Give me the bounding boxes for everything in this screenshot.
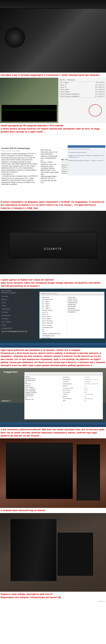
tree-node[interactable]: GPU1: Регулятор xyxy=(40,320,66,322)
game-settings-panel: НАСТРОЙКА ГРАФИКА АНДЕКС КАЧЕСТВО ДРУГОЕ… xyxy=(0,289,38,340)
settings-item[interactable]: ТЕСТ НА ПРОИЗВОДИТЕЛЬНОСТЬ ON! xyxy=(1,330,37,333)
tree-node[interactable]: Вентиляторы xyxy=(40,337,66,339)
forum-screenshot: crossfire 7970 OC (температура) Temar | … xyxy=(0,134,106,200)
photo-gpu-closeup: GIGABYTE xyxy=(0,211,106,274)
settings-item[interactable]: ПОСТ ЭФФЕКТ xyxy=(1,320,37,324)
forum-post-body: Добрый день, поставил две Gigabyte 7970 … xyxy=(1,153,38,186)
forum-post-1: crossfire 7970 OC (температура) Temar | … xyxy=(0,146,39,188)
aida64-window[interactable]: AIDA64 Extreme Edition Компьютер Системн… xyxy=(39,292,104,338)
bf4-subtitle: Battlefield 4™ xyxy=(2,400,11,402)
photo-pc-internals-1: CHIEFTEC xyxy=(0,0,106,72)
tree-node[interactable]: ST3000DM003 xyxy=(25,394,61,395)
aida64-panel: Дата BIOS12/12/08 ПлатформаEssentials AT… xyxy=(62,376,103,419)
tree-node[interactable]: GPU2: Регулятор xyxy=(25,390,61,392)
panel-row: Версия1.0 xyxy=(63,385,102,387)
tree-node[interactable]: GPU3: ГП диод xyxy=(40,324,66,326)
caption-1: поставил я как то вторую видеокарту и ст… xyxy=(0,72,106,78)
settings-item[interactable]: ДРУГОЕ xyxy=(1,298,37,301)
caption-4-text: я даже сделал из бумаги вот такую вот фи… xyxy=(1,278,100,287)
forum-post-title: crossfire 7970 OC (температура) xyxy=(1,147,38,150)
windows-taskbar[interactable] xyxy=(0,343,106,348)
panel-row: ПроизводительASUSTeK Computer INC. xyxy=(63,383,102,385)
tree-node[interactable]: Asustek ATK0110 xyxy=(25,378,61,380)
panel-row: Дата5/2 xyxy=(63,400,102,402)
forum-post-1b: Как в итоге все получилось будет, а так … xyxy=(39,148,60,186)
settings-item[interactable]: КАЧЕСТВО xyxy=(1,295,37,298)
window-titlebar[interactable] xyxy=(24,372,103,376)
windows-taskbar[interactable] xyxy=(0,422,106,427)
forum-post-meta: Temar | 16 июля 15:13, 15 208 xyxy=(1,150,38,152)
panel-line: Напряжение xyxy=(68,311,103,313)
tree-node[interactable]: ЦП – Ядро 1 xyxy=(40,300,66,303)
aida64-tree[interactable]: Компьютер Системная плата ЦП – Ядро 1 ЦП… xyxy=(40,296,67,338)
photo-pc-on-table xyxy=(0,438,106,508)
tree-node[interactable]: ЦП xyxy=(40,328,66,330)
settings-item[interactable]: ОБЛЫВАНИЕ xyxy=(1,314,37,317)
aida64-tree[interactable]: Датчики Asustek ATK0110 Системная плата … xyxy=(24,376,62,419)
settings-item[interactable]: КОЛЬЕ xyxy=(1,324,37,327)
tree-node[interactable]: AUX xyxy=(40,330,66,333)
tree-node[interactable]: GPU2: Память xyxy=(40,318,66,320)
tree-node[interactable]: Системная плата xyxy=(40,298,66,300)
panel-row: Питание4 (отсюда два) xyxy=(63,393,102,395)
settings-item[interactable]: УГОЛ С xyxy=(1,301,37,304)
tree-node[interactable]: GPU2: ГП xyxy=(25,385,61,386)
caption-7: и снаружи (мне внешний вид не важен) xyxy=(0,508,106,513)
caption-3: Я начал спрашивать на форумах, даже спра… xyxy=(0,200,106,211)
source-footer: pikabu.ru xyxy=(0,600,106,603)
tree-node[interactable]: Системная плата xyxy=(40,326,66,328)
tree-node[interactable]: GPU1: Память xyxy=(25,386,61,388)
sensor-row: GPU2: Регулятор напряжения87 °C (189 °F) xyxy=(60,95,105,98)
tree-node[interactable]: ЦП – Ядро 4 xyxy=(40,307,66,309)
settings-item[interactable]: СТИЛЬ xyxy=(1,304,37,308)
tree-node[interactable]: GPU2: Регулятор xyxy=(40,322,66,324)
tree-node[interactable]: Seagate ST1000DM xyxy=(25,392,61,393)
caption-2: порой доходило до 98 градусов верхняя и … xyxy=(0,123,106,134)
settings-item[interactable]: ТЕКСТУРИНГ xyxy=(1,308,37,311)
afterburner-graph xyxy=(2,105,57,122)
caption-6: и все оказалось работоспособным! бф4 взя… xyxy=(0,427,106,438)
window-titlebar[interactable]: AIDA64 Extreme Edition xyxy=(40,292,104,296)
tree-node[interactable]: Asustek ATK0110 xyxy=(40,309,66,311)
panel-line: Температура xyxy=(68,304,103,306)
tree-node[interactable]: Chassis #1 Fan xyxy=(25,398,61,400)
tree-node[interactable]: Seagate ST1000DM003-1CH1 xyxy=(40,333,66,335)
sensor-row: GPU2: ГП84 °C (183 °F) xyxy=(60,86,105,88)
tree-node[interactable]: GPU1: ГП xyxy=(25,383,61,385)
sensor-row: GPU1: Память52 °C (126 °F) xyxy=(60,88,105,91)
tree-node[interactable]: ST3000DM003-1F21 xyxy=(40,335,66,337)
caption-5: Одна карта работала как положено и не гр… xyxy=(0,348,106,368)
panel-line: Северный мост xyxy=(68,302,103,304)
sensor-row: GPU1: ГП53 °C (127 °F) xyxy=(60,84,105,86)
panel-row: Тип проблемыПерегревание xyxy=(63,398,102,400)
tree-node[interactable]: GPU1: ГП xyxy=(40,311,66,314)
tree-node[interactable]: GPU2: ГП xyxy=(40,314,66,316)
sensor-window: Датчики — температура ЦП 1 / Ядро 436 °C… xyxy=(58,78,106,123)
settings-item[interactable]: ОСКОЛКИ xyxy=(1,311,37,314)
tree-node[interactable]: ЦП – Ядро 3 xyxy=(40,305,66,307)
panel-row: СвойстваМаксимум xyxy=(63,381,102,383)
forum-side-panel: а коллективу просто огромное конечно Тем… xyxy=(68,145,105,176)
tree-node[interactable]: GPU1: Регулятор xyxy=(25,388,61,390)
sensor-row: ЦП 1 / Ядро 436 °C (97 °F) xyxy=(60,82,105,84)
tree-node[interactable]: Компьютер xyxy=(40,296,66,298)
forum-side-bar xyxy=(68,145,105,148)
panel-row: Тип корпуса650 xyxy=(63,391,102,393)
settings-item[interactable]: ЛАНДШАФТИНЕ xyxy=(1,327,37,330)
panel-line: Тип датчика xyxy=(68,296,103,298)
tree-node[interactable]: Вентиляторы xyxy=(25,395,61,397)
tree-node[interactable]: Системная плата xyxy=(25,380,61,381)
panel-row: ПлатформаEssentials ATK-1_OSA xyxy=(63,378,102,380)
tree-node[interactable]: ЦП – Ядро 2 xyxy=(40,303,66,305)
tree-node[interactable]: GPU1: Память xyxy=(40,316,66,318)
tree-node[interactable]: Датчики xyxy=(25,376,61,378)
game-screenshot-area xyxy=(0,78,58,123)
caption-4: я даже сделал из бумаги вот такую вот фи… xyxy=(0,274,106,289)
tree-node[interactable]: ЦП xyxy=(25,397,61,398)
settings-item[interactable]: ПУЛЯНЫЕ xyxy=(1,317,37,320)
panel-line: Платформа xyxy=(68,308,103,309)
sensor-header: Датчики — температура xyxy=(59,79,105,81)
sensor-row: GPU2: Память84 °C (183 °F) xyxy=(60,91,105,93)
aida64-window-2[interactable]: Датчики Asustek ATK0110 Системная плата … xyxy=(24,372,103,420)
tree-node[interactable]: ЦП xyxy=(25,381,61,383)
